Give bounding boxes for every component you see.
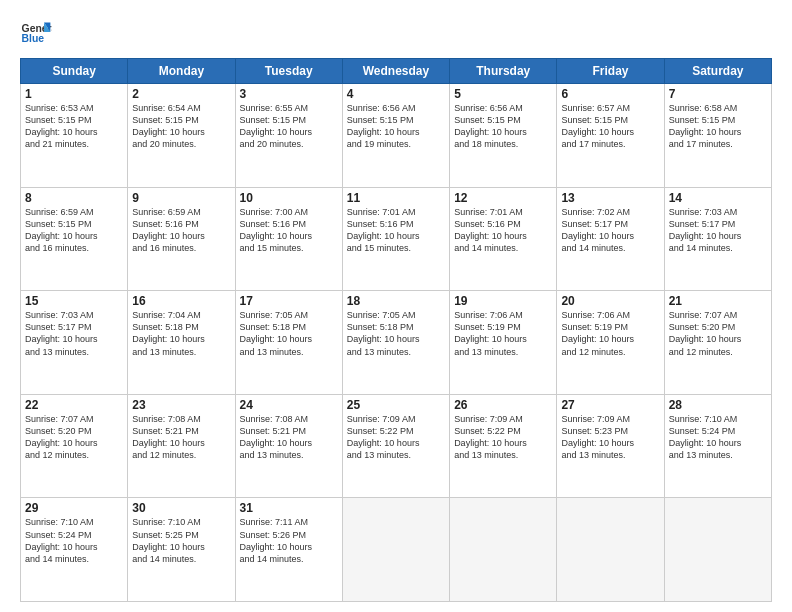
day-info: Sunrise: 7:08 AM Sunset: 5:21 PM Dayligh… bbox=[240, 413, 338, 462]
day-info: Sunrise: 6:55 AM Sunset: 5:15 PM Dayligh… bbox=[240, 102, 338, 151]
day-number: 25 bbox=[347, 398, 445, 412]
calendar-day-cell: 30Sunrise: 7:10 AM Sunset: 5:25 PM Dayli… bbox=[128, 498, 235, 602]
day-number: 4 bbox=[347, 87, 445, 101]
day-number: 14 bbox=[669, 191, 767, 205]
day-info: Sunrise: 7:06 AM Sunset: 5:19 PM Dayligh… bbox=[454, 309, 552, 358]
calendar-day-header: Tuesday bbox=[235, 59, 342, 84]
calendar-week-row: 29Sunrise: 7:10 AM Sunset: 5:24 PM Dayli… bbox=[21, 498, 772, 602]
day-number: 16 bbox=[132, 294, 230, 308]
calendar-day-header: Thursday bbox=[450, 59, 557, 84]
day-number: 8 bbox=[25, 191, 123, 205]
calendar-week-row: 22Sunrise: 7:07 AM Sunset: 5:20 PM Dayli… bbox=[21, 394, 772, 498]
calendar-day-cell: 31Sunrise: 7:11 AM Sunset: 5:26 PM Dayli… bbox=[235, 498, 342, 602]
day-info: Sunrise: 7:10 AM Sunset: 5:25 PM Dayligh… bbox=[132, 516, 230, 565]
day-number: 21 bbox=[669, 294, 767, 308]
calendar-day-cell: 17Sunrise: 7:05 AM Sunset: 5:18 PM Dayli… bbox=[235, 291, 342, 395]
day-info: Sunrise: 6:56 AM Sunset: 5:15 PM Dayligh… bbox=[454, 102, 552, 151]
calendar-day-header: Monday bbox=[128, 59, 235, 84]
day-number: 28 bbox=[669, 398, 767, 412]
calendar-day-cell: 5Sunrise: 6:56 AM Sunset: 5:15 PM Daylig… bbox=[450, 84, 557, 188]
day-info: Sunrise: 6:54 AM Sunset: 5:15 PM Dayligh… bbox=[132, 102, 230, 151]
calendar-day-header: Wednesday bbox=[342, 59, 449, 84]
calendar-day-cell: 1Sunrise: 6:53 AM Sunset: 5:15 PM Daylig… bbox=[21, 84, 128, 188]
day-number: 11 bbox=[347, 191, 445, 205]
calendar-day-cell: 28Sunrise: 7:10 AM Sunset: 5:24 PM Dayli… bbox=[664, 394, 771, 498]
calendar-day-cell: 22Sunrise: 7:07 AM Sunset: 5:20 PM Dayli… bbox=[21, 394, 128, 498]
calendar-day-cell: 9Sunrise: 6:59 AM Sunset: 5:16 PM Daylig… bbox=[128, 187, 235, 291]
calendar-day-cell: 19Sunrise: 7:06 AM Sunset: 5:19 PM Dayli… bbox=[450, 291, 557, 395]
page-header: General Blue bbox=[20, 16, 772, 48]
calendar-day-cell bbox=[450, 498, 557, 602]
day-number: 9 bbox=[132, 191, 230, 205]
logo-icon: General Blue bbox=[20, 16, 52, 48]
day-info: Sunrise: 6:59 AM Sunset: 5:15 PM Dayligh… bbox=[25, 206, 123, 255]
day-info: Sunrise: 7:03 AM Sunset: 5:17 PM Dayligh… bbox=[25, 309, 123, 358]
calendar-day-cell bbox=[342, 498, 449, 602]
calendar-header-row: SundayMondayTuesdayWednesdayThursdayFrid… bbox=[21, 59, 772, 84]
day-number: 5 bbox=[454, 87, 552, 101]
calendar-week-row: 1Sunrise: 6:53 AM Sunset: 5:15 PM Daylig… bbox=[21, 84, 772, 188]
day-number: 10 bbox=[240, 191, 338, 205]
calendar-day-cell: 13Sunrise: 7:02 AM Sunset: 5:17 PM Dayli… bbox=[557, 187, 664, 291]
day-info: Sunrise: 7:09 AM Sunset: 5:23 PM Dayligh… bbox=[561, 413, 659, 462]
day-number: 17 bbox=[240, 294, 338, 308]
calendar-day-cell: 21Sunrise: 7:07 AM Sunset: 5:20 PM Dayli… bbox=[664, 291, 771, 395]
calendar-day-cell: 18Sunrise: 7:05 AM Sunset: 5:18 PM Dayli… bbox=[342, 291, 449, 395]
day-number: 15 bbox=[25, 294, 123, 308]
day-info: Sunrise: 6:57 AM Sunset: 5:15 PM Dayligh… bbox=[561, 102, 659, 151]
day-info: Sunrise: 7:07 AM Sunset: 5:20 PM Dayligh… bbox=[25, 413, 123, 462]
day-number: 23 bbox=[132, 398, 230, 412]
calendar-day-cell: 6Sunrise: 6:57 AM Sunset: 5:15 PM Daylig… bbox=[557, 84, 664, 188]
day-number: 3 bbox=[240, 87, 338, 101]
calendar-day-cell: 8Sunrise: 6:59 AM Sunset: 5:15 PM Daylig… bbox=[21, 187, 128, 291]
day-info: Sunrise: 7:10 AM Sunset: 5:24 PM Dayligh… bbox=[669, 413, 767, 462]
logo: General Blue bbox=[20, 16, 52, 48]
calendar-day-cell: 14Sunrise: 7:03 AM Sunset: 5:17 PM Dayli… bbox=[664, 187, 771, 291]
calendar-day-cell: 27Sunrise: 7:09 AM Sunset: 5:23 PM Dayli… bbox=[557, 394, 664, 498]
calendar-week-row: 15Sunrise: 7:03 AM Sunset: 5:17 PM Dayli… bbox=[21, 291, 772, 395]
day-info: Sunrise: 7:07 AM Sunset: 5:20 PM Dayligh… bbox=[669, 309, 767, 358]
calendar-day-cell bbox=[557, 498, 664, 602]
day-number: 19 bbox=[454, 294, 552, 308]
day-info: Sunrise: 6:53 AM Sunset: 5:15 PM Dayligh… bbox=[25, 102, 123, 151]
day-info: Sunrise: 7:02 AM Sunset: 5:17 PM Dayligh… bbox=[561, 206, 659, 255]
day-info: Sunrise: 7:09 AM Sunset: 5:22 PM Dayligh… bbox=[454, 413, 552, 462]
day-number: 31 bbox=[240, 501, 338, 515]
calendar-day-cell bbox=[664, 498, 771, 602]
calendar-day-cell: 16Sunrise: 7:04 AM Sunset: 5:18 PM Dayli… bbox=[128, 291, 235, 395]
day-info: Sunrise: 6:59 AM Sunset: 5:16 PM Dayligh… bbox=[132, 206, 230, 255]
calendar-day-cell: 10Sunrise: 7:00 AM Sunset: 5:16 PM Dayli… bbox=[235, 187, 342, 291]
day-info: Sunrise: 7:09 AM Sunset: 5:22 PM Dayligh… bbox=[347, 413, 445, 462]
day-number: 29 bbox=[25, 501, 123, 515]
day-number: 6 bbox=[561, 87, 659, 101]
day-number: 27 bbox=[561, 398, 659, 412]
day-info: Sunrise: 7:00 AM Sunset: 5:16 PM Dayligh… bbox=[240, 206, 338, 255]
calendar-day-header: Sunday bbox=[21, 59, 128, 84]
day-number: 26 bbox=[454, 398, 552, 412]
calendar-table: SundayMondayTuesdayWednesdayThursdayFrid… bbox=[20, 58, 772, 602]
day-info: Sunrise: 7:11 AM Sunset: 5:26 PM Dayligh… bbox=[240, 516, 338, 565]
day-info: Sunrise: 7:01 AM Sunset: 5:16 PM Dayligh… bbox=[454, 206, 552, 255]
day-number: 7 bbox=[669, 87, 767, 101]
calendar-day-cell: 4Sunrise: 6:56 AM Sunset: 5:15 PM Daylig… bbox=[342, 84, 449, 188]
calendar-day-cell: 3Sunrise: 6:55 AM Sunset: 5:15 PM Daylig… bbox=[235, 84, 342, 188]
day-info: Sunrise: 7:06 AM Sunset: 5:19 PM Dayligh… bbox=[561, 309, 659, 358]
calendar-day-header: Saturday bbox=[664, 59, 771, 84]
day-info: Sunrise: 7:03 AM Sunset: 5:17 PM Dayligh… bbox=[669, 206, 767, 255]
calendar-day-cell: 23Sunrise: 7:08 AM Sunset: 5:21 PM Dayli… bbox=[128, 394, 235, 498]
svg-text:Blue: Blue bbox=[22, 33, 45, 44]
calendar-day-header: Friday bbox=[557, 59, 664, 84]
calendar-day-cell: 25Sunrise: 7:09 AM Sunset: 5:22 PM Dayli… bbox=[342, 394, 449, 498]
calendar-day-cell: 15Sunrise: 7:03 AM Sunset: 5:17 PM Dayli… bbox=[21, 291, 128, 395]
day-info: Sunrise: 7:08 AM Sunset: 5:21 PM Dayligh… bbox=[132, 413, 230, 462]
day-number: 22 bbox=[25, 398, 123, 412]
day-info: Sunrise: 7:04 AM Sunset: 5:18 PM Dayligh… bbox=[132, 309, 230, 358]
calendar-day-cell: 12Sunrise: 7:01 AM Sunset: 5:16 PM Dayli… bbox=[450, 187, 557, 291]
day-number: 24 bbox=[240, 398, 338, 412]
calendar-day-cell: 20Sunrise: 7:06 AM Sunset: 5:19 PM Dayli… bbox=[557, 291, 664, 395]
calendar-day-cell: 24Sunrise: 7:08 AM Sunset: 5:21 PM Dayli… bbox=[235, 394, 342, 498]
day-number: 1 bbox=[25, 87, 123, 101]
calendar-day-cell: 26Sunrise: 7:09 AM Sunset: 5:22 PM Dayli… bbox=[450, 394, 557, 498]
calendar-day-cell: 7Sunrise: 6:58 AM Sunset: 5:15 PM Daylig… bbox=[664, 84, 771, 188]
day-info: Sunrise: 6:58 AM Sunset: 5:15 PM Dayligh… bbox=[669, 102, 767, 151]
